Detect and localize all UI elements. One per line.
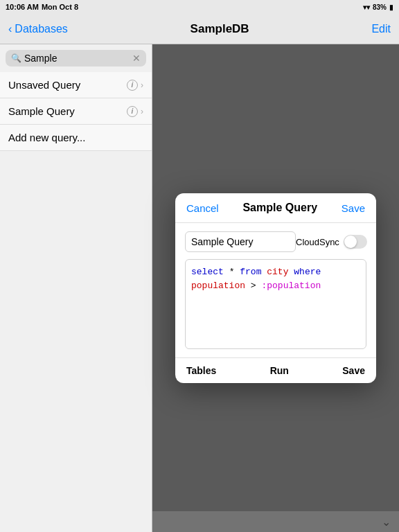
app-body: 🔍 Sample ✕ Unsaved Query i › Sample Quer… [0,44,399,532]
sql-population-value: population [191,281,251,291]
toggle-knob [344,236,357,248]
sql-param-value: :population [261,281,321,291]
back-button[interactable]: ‹ Databases [8,23,68,35]
status-right: ▾▾ 83% ▮ [363,3,393,11]
modal-body: CloudSync select * from city where popul… [175,223,376,357]
sql-where-keyword: where [294,267,321,277]
add-new-query-button[interactable]: Add new query... [0,125,152,151]
edit-button[interactable]: Edit [371,23,391,35]
sidebar: 🔍 Sample ✕ Unsaved Query i › Sample Quer… [0,44,152,532]
query-editor-modal: Cancel Sample Query Save CloudSync selec… [175,193,376,383]
wifi-icon: ▾▾ [363,3,370,11]
cloudsync-toggle[interactable] [344,235,367,249]
sql-from-keyword: from [240,267,261,277]
back-chevron-icon: ‹ [8,23,12,35]
status-date: Mon Oct 8 [42,3,78,11]
search-icon: 🔍 [11,53,21,63]
chevron-right-icon: › [141,80,143,90]
main-content: Cancel Sample Query Save CloudSync selec… [152,44,399,532]
modal-name-row: CloudSync [185,231,366,252]
battery-icon: ▮ [389,3,393,11]
search-text: Sample [24,53,130,64]
sql-select-keyword: select [191,267,224,277]
list-item-unsaved-query[interactable]: Unsaved Query i › [0,72,152,98]
back-label: Databases [15,23,68,35]
status-bar: 10:06 AM Mon Oct 8 ▾▾ 83% ▮ [0,0,399,14]
tables-button[interactable]: Tables [186,365,216,376]
info-icon[interactable]: i [127,80,138,91]
search-clear-button[interactable]: ✕ [132,53,141,64]
cloudsync-label: CloudSync [296,237,339,247]
status-time: 10:06 AM [6,3,39,11]
list-item-sample-query[interactable]: Sample Query i › [0,98,152,125]
sql-gt-operator: > [251,281,262,291]
sql-city-value: city [267,267,294,277]
chevron-right-icon: › [141,107,143,116]
sql-editor[interactable]: select * from city where population > :p… [185,259,366,349]
battery-percent: 83% [373,3,387,11]
modal-cancel-button[interactable]: Cancel [186,202,219,214]
nav-bar: ‹ Databases SampleDB Edit [0,14,399,44]
modal-toolbar: Tables Run Save [175,357,376,383]
modal-header: Cancel Sample Query Save [175,193,376,223]
search-bar: 🔍 Sample ✕ [6,50,146,66]
modal-title: Sample Query [242,202,317,214]
list-item-label: Unsaved Query [8,79,80,91]
modal-save-button[interactable]: Save [342,202,365,214]
list-item-label: Sample Query [8,105,75,117]
query-name-input[interactable] [185,231,296,252]
cloudsync-row: CloudSync [296,235,367,249]
sql-star: * [229,267,240,277]
toolbar-save-button[interactable]: Save [342,365,365,376]
info-icon[interactable]: i [127,106,138,117]
run-button[interactable]: Run [270,365,289,376]
status-left: 10:06 AM Mon Oct 8 [6,3,78,11]
nav-title: SampleDB [190,22,249,36]
